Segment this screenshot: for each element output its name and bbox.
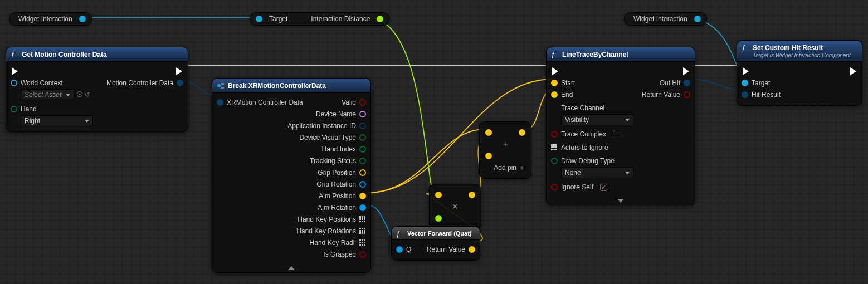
break-icon [217, 82, 225, 90]
pin-target-in[interactable] [256, 16, 262, 22]
node-title: Vector Forward (Quat) [407, 230, 474, 237]
node-linetrace[interactable]: ƒ LineTraceByChannel StartOut Hit EndRet… [546, 47, 695, 205]
pin-grasped[interactable] [359, 251, 366, 258]
pin-mcdata-out[interactable] [177, 80, 183, 86]
checkbox-ignore-self[interactable] [600, 184, 607, 191]
pin-start[interactable] [551, 80, 558, 86]
select-trace-channel[interactable]: Visibility [561, 114, 633, 125]
label-in: XRMotion Controller Data [227, 99, 303, 106]
label-q: Q [406, 246, 411, 253]
exec-in[interactable] [12, 67, 18, 75]
node-header[interactable]: ƒ LineTraceByChannel [547, 47, 695, 62]
label-outhit: Out Hit [660, 79, 680, 87]
label-grip-rot: Grip Rotation [316, 180, 356, 188]
label-hk-rad: Hand Key Radii [310, 239, 356, 247]
pin-b[interactable] [435, 215, 442, 222]
pin-tracking[interactable] [359, 158, 366, 164]
label-channel: Trace Channel [561, 104, 604, 112]
node-add[interactable]: ＋ Add pin＋ [479, 121, 531, 179]
pin-hk-rad[interactable] [359, 239, 366, 246]
node-header[interactable]: Break XRMotionControllerData [212, 79, 370, 93]
pin-out[interactable] [79, 16, 86, 22]
select-asset[interactable]: Select Asset [21, 89, 74, 100]
node-title: LineTraceByChannel [562, 51, 689, 58]
pin-complex[interactable] [551, 131, 558, 138]
pin-a[interactable] [485, 129, 492, 136]
function-icon: ƒ [551, 51, 559, 58]
pin-out[interactable] [519, 129, 525, 136]
pin-app-id[interactable] [359, 123, 366, 129]
pin-b[interactable] [485, 153, 492, 159]
node-get-motion-controller-data[interactable]: ƒ Get Motion Controller Data World Conte… [6, 47, 188, 132]
pin-target[interactable] [742, 80, 748, 86]
checkbox-complex[interactable] [613, 131, 620, 138]
refresh-icon[interactable]: ⦿ ↺ [76, 91, 90, 99]
label-aim-pos: Aim Position [319, 192, 356, 200]
exec-out[interactable] [176, 67, 182, 75]
pin-visual-type[interactable] [359, 134, 366, 141]
node-header[interactable]: ƒ Set Custom Hit Result Target is Widget… [737, 41, 862, 62]
plus-icon: ＋ [501, 139, 509, 149]
var-target-interaction-distance[interactable]: Target Interaction Distance [250, 12, 389, 26]
pin-aim-pos[interactable] [359, 193, 366, 199]
pin-grip-pos[interactable] [359, 169, 366, 176]
exec-in[interactable] [743, 67, 749, 75]
svg-rect-1 [221, 83, 224, 85]
pin-ignore-self[interactable] [551, 184, 558, 190]
label-return: Return Value [427, 246, 465, 253]
node-break-xrmcdata[interactable]: Break XRMotionControllerData XRMotion Co… [212, 78, 371, 273]
label-addpin: Add pin [494, 164, 516, 172]
expand-toggle[interactable] [212, 265, 370, 272]
pin-grip-rot[interactable] [359, 181, 366, 188]
label-aim-rot: Aim Rotation [318, 204, 356, 212]
multiply-icon: ✕ [452, 202, 459, 211]
label-visual-type: Device Visual Type [299, 134, 356, 141]
select-hand[interactable]: Right [21, 115, 93, 126]
exec-out[interactable] [683, 67, 689, 75]
var-widget-interaction-left[interactable]: Widget Interaction [9, 12, 92, 26]
label-grip-pos: Grip Position [318, 169, 356, 177]
expand-toggle[interactable] [547, 198, 695, 205]
pin-retval[interactable] [684, 91, 690, 98]
node-set-custom-hit[interactable]: ƒ Set Custom Hit Result Target is Widget… [737, 40, 862, 106]
pin-hand-index[interactable] [359, 146, 366, 153]
pin-end[interactable] [551, 91, 558, 98]
node-vector-forward[interactable]: ƒ Vector Forward (Quat) Q Return Value [391, 226, 480, 261]
pin-hk-rot[interactable] [359, 228, 366, 234]
pin-q[interactable] [396, 246, 403, 253]
label-ignore: Ignore Self [561, 183, 593, 191]
node-multiply[interactable]: ✕ [429, 184, 481, 229]
pin-aim-rot[interactable] [359, 204, 366, 211]
pin-out[interactable] [469, 192, 475, 198]
label-hand-index: Hand Index [322, 145, 356, 153]
select-debug-type[interactable]: None [561, 167, 633, 178]
node-header[interactable]: ƒ Vector Forward (Quat) [392, 227, 480, 240]
node-title: Get Motion Controller Data [22, 51, 182, 58]
pin-hand[interactable] [11, 106, 17, 112]
label-hand: Hand [21, 105, 37, 113]
exec-out[interactable] [850, 67, 856, 75]
pin-in[interactable] [217, 99, 223, 106]
label-debug: Draw Debug Type [561, 157, 615, 165]
pin-out[interactable] [469, 246, 475, 253]
pin-hk-pos[interactable] [359, 216, 366, 223]
pin-out[interactable] [694, 16, 701, 22]
pin-dist-out[interactable] [377, 16, 383, 22]
pin-device-name[interactable] [359, 111, 366, 117]
label-complex: Trace Complex [561, 130, 606, 138]
pin-hitresult[interactable] [742, 91, 748, 98]
pin-valid[interactable] [359, 99, 366, 106]
pin-world-context[interactable] [11, 80, 17, 86]
label-world-context: World Context [21, 79, 63, 87]
pin-actors-ignore[interactable] [551, 144, 558, 151]
pin-debug[interactable] [551, 158, 558, 164]
add-pin-icon[interactable]: ＋ [519, 163, 525, 173]
pin-a[interactable] [435, 192, 442, 198]
label-grasped: Is Grasped [323, 251, 356, 258]
node-header[interactable]: ƒ Get Motion Controller Data [6, 47, 188, 62]
exec-in[interactable] [552, 67, 558, 75]
label-hk-pos: Hand Key Positions [298, 216, 356, 223]
var-widget-interaction-right[interactable]: Widget Interaction [624, 12, 707, 26]
label-target: Target [752, 79, 770, 87]
pin-outhit[interactable] [684, 80, 690, 86]
